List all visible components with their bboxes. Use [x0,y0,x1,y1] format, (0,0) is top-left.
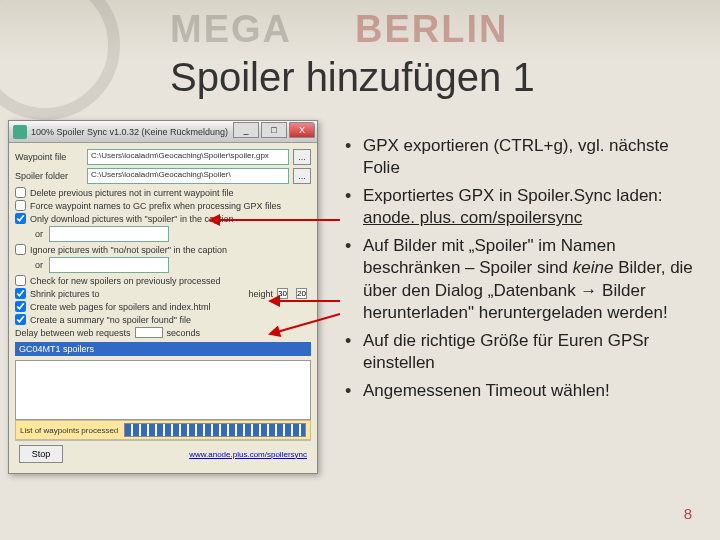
waypoint-label: Waypoint file [15,152,83,162]
shrink-checkbox[interactable]: Shrink pictures to height [15,288,311,299]
or-label: or [35,229,43,239]
bullet-5: Angemessenen Timeout wählen! [345,380,705,402]
minimize-button[interactable]: _ [233,122,259,138]
bullet-3: Auf Bilder mit „Spoiler" im Namen beschr… [345,235,705,323]
delete-checkbox[interactable]: Delete previous pictures not in current … [15,187,311,198]
page-number: 8 [684,505,692,522]
check-new-checkbox[interactable]: Check for new spoilers on previously pro… [15,275,311,286]
log-area [15,360,311,420]
stop-button[interactable]: Stop [19,445,63,463]
app-icon [13,125,27,139]
watermark-mega: MEGA [170,8,292,51]
webpages-checkbox[interactable]: Create web pages for spoilers and index.… [15,301,311,312]
spoiler-folder-field[interactable]: C:\Users\localadm\Geocaching\Spoiler\ [87,168,289,184]
website-link[interactable]: www.anode.plus.com/spoilersync [189,450,307,459]
or-field-2[interactable] [49,257,169,273]
bullet-1: GPX exportieren (CTRL+g), vgl. nächste F… [345,135,705,179]
watermark-berlin: BERLIN [355,8,508,51]
or-field[interactable] [49,226,169,242]
spoiler-sync-window: 100% Spoiler Sync v1.0.32 (Keine Rückmel… [8,120,318,474]
waypoint-browse-button[interactable]: ... [293,149,311,165]
titlebar[interactable]: 100% Spoiler Sync v1.0.32 (Keine Rückmel… [9,121,317,143]
delay-unit: seconds [167,328,201,338]
only-spoiler-checkbox[interactable]: Only download pictures with "spoiler" in… [15,213,311,224]
window-title: 100% Spoiler Sync v1.0.32 (Keine Rückmel… [31,127,228,137]
delay-field[interactable] [135,327,163,338]
height-field[interactable] [277,288,288,299]
bullet-list: GPX exportieren (CTRL+g), vgl. nächste F… [345,135,705,408]
ignore-checkbox[interactable]: Ignore pictures with "no/not spoiler" in… [15,244,311,255]
delay-label: Delay between web requests [15,328,131,338]
spoiler-browse-button[interactable]: ... [293,168,311,184]
summary-checkbox[interactable]: Create a summary "no spoiler found" file [15,314,311,325]
slide-title: Spoiler hinzufügen 1 [170,55,535,100]
close-button[interactable]: X [289,122,315,138]
status-bar: GC04MT1 spoilers [15,342,311,356]
bullet-2: Exportiertes GPX in Spoiler.Sync laden: … [345,185,705,229]
width-field[interactable] [296,288,307,299]
bullet-4: Auf die richtige Größe für Euren GPSr ei… [345,330,705,374]
waypoint-field[interactable]: C:\Users\localadm\Geocaching\Spoiler\spo… [87,149,289,165]
maximize-button[interactable]: □ [261,122,287,138]
height-label: height [248,289,273,299]
list-label: List of waypoints processed [20,426,118,435]
spoiler-folder-label: Spoiler folder [15,171,83,181]
progress-bar [124,423,306,437]
force-checkbox[interactable]: Force waypoint names to GC prefix when p… [15,200,311,211]
or-label-2: or [35,260,43,270]
